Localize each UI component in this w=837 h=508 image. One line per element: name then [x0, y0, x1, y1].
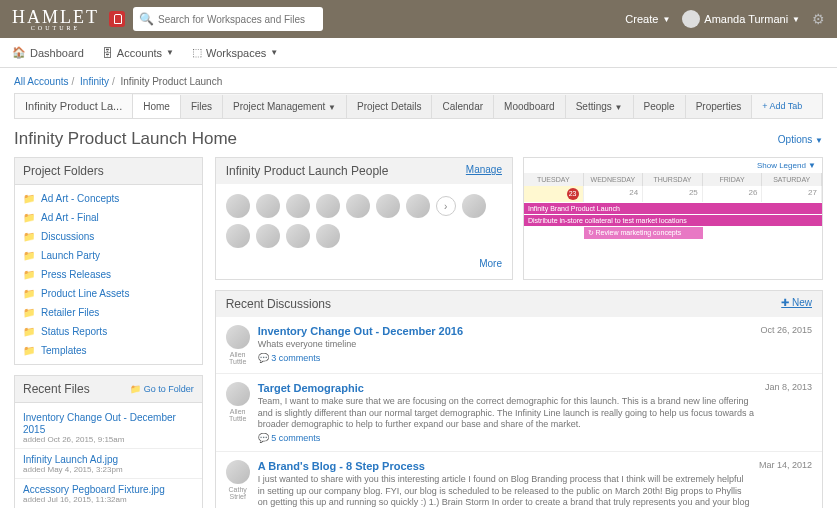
- tab-people[interactable]: People: [634, 95, 686, 118]
- cal-day-cell[interactable]: 26: [703, 186, 763, 202]
- show-legend[interactable]: Show Legend ▼: [524, 158, 822, 173]
- discussion-date: Jan 8, 2013: [765, 382, 812, 443]
- discussions-title: Recent Discussions: [226, 297, 331, 311]
- search-input[interactable]: [158, 14, 317, 25]
- tab-details[interactable]: Project Details: [347, 95, 432, 118]
- home-icon: 🏠: [12, 46, 26, 59]
- goto-folder[interactable]: 📁 Go to Folder: [130, 384, 194, 394]
- folder-item[interactable]: 📁Press Releases: [15, 265, 202, 284]
- manage-link[interactable]: Manage: [466, 164, 502, 178]
- tab-pm[interactable]: Project Management ▼: [223, 95, 347, 118]
- tab-home[interactable]: Home: [133, 95, 181, 118]
- folder-icon: 📁: [23, 307, 35, 318]
- folder-icon: 📁: [23, 345, 35, 356]
- cal-day-cell[interactable]: 23: [524, 186, 584, 202]
- people-more[interactable]: More: [226, 258, 502, 269]
- person-avatar[interactable]: [226, 224, 250, 248]
- cal-day-cell[interactable]: 25: [643, 186, 703, 202]
- avatar: [226, 382, 250, 406]
- tab-files[interactable]: Files: [181, 95, 223, 118]
- folder-item[interactable]: 📁Ad Art - Concepts: [15, 189, 202, 208]
- discussion-item: Cathy StriefA Brand's Blog - 8 Step Proc…: [216, 452, 822, 508]
- user-menu[interactable]: Amanda Turmani▼: [682, 10, 800, 28]
- avatar: [682, 10, 700, 28]
- folder-item[interactable]: 📁Launch Party: [15, 246, 202, 265]
- create-menu[interactable]: Create▼: [625, 13, 670, 25]
- breadcrumb-all[interactable]: All Accounts: [14, 76, 68, 87]
- tab-workspace-label: Infinity Product La...: [15, 94, 133, 118]
- folder-icon: 📁: [23, 326, 35, 337]
- discussion-title[interactable]: A Brand's Blog - 8 Step Process: [258, 460, 751, 472]
- notification-icon[interactable]: [109, 11, 125, 27]
- cal-day-header: THURSDAY: [643, 173, 703, 186]
- tab-settings[interactable]: Settings ▼: [566, 95, 634, 118]
- breadcrumb-current: Infinity Product Launch: [121, 76, 223, 87]
- person-avatar[interactable]: [316, 224, 340, 248]
- cal-day-header: FRIDAY: [703, 173, 763, 186]
- comments-link[interactable]: 💬 3 comments: [258, 353, 753, 363]
- person-avatar[interactable]: [406, 194, 430, 218]
- briefcase-icon: 🗄: [102, 47, 113, 59]
- top-bar: HAMLET COUTURE 🔍 Create▼ Amanda Turmani▼…: [0, 0, 837, 38]
- nav-workspaces[interactable]: ⬚Workspaces▼: [192, 46, 278, 59]
- folder-icon: 📁: [23, 231, 35, 242]
- add-tab[interactable]: + Add Tab: [752, 95, 812, 117]
- recent-file[interactable]: Inventory Change Out - December 2015adde…: [15, 407, 202, 449]
- folders-header: Project Folders: [14, 157, 203, 185]
- recent-file[interactable]: Accessory Pegboard Fixture.jpgadded Jul …: [15, 479, 202, 508]
- folder-item[interactable]: 📁Product Line Assets: [15, 284, 202, 303]
- people-panel: Infinity Product Launch People Manage ›: [215, 157, 513, 280]
- calendar-event[interactable]: Infinity Brand Product Launch: [524, 203, 822, 214]
- nav-dashboard[interactable]: 🏠Dashboard: [12, 46, 84, 59]
- tab-properties[interactable]: Properties: [686, 95, 753, 118]
- discussions-panel: Recent Discussions ✚ New Allen TuttleInv…: [215, 290, 823, 508]
- person-avatar[interactable]: [462, 194, 486, 218]
- discussion-item: Allen TuttleInventory Change Out - Decem…: [216, 317, 822, 374]
- cal-day-header: SATURDAY: [762, 173, 822, 186]
- person-avatar[interactable]: [346, 194, 370, 218]
- cal-day-cell[interactable]: 24: [584, 186, 644, 202]
- search-box[interactable]: 🔍: [133, 7, 323, 31]
- folder-icon: 📁: [23, 288, 35, 299]
- folder-icon: 📁: [23, 212, 35, 223]
- discussion-title[interactable]: Inventory Change Out - December 2016: [258, 325, 753, 337]
- calendar-panel: Show Legend ▼ TUESDAYWEDNESDAYTHURSDAYFR…: [523, 157, 823, 280]
- comments-link[interactable]: 💬 5 comments: [258, 433, 757, 443]
- gear-icon[interactable]: ⚙: [812, 11, 825, 27]
- folder-icon: 📁: [23, 250, 35, 261]
- folder-item[interactable]: 📁Ad Art - Final: [15, 208, 202, 227]
- new-discussion[interactable]: ✚ New: [781, 297, 812, 311]
- tab-moodboard[interactable]: Moodboard: [494, 95, 566, 118]
- breadcrumb-infinity[interactable]: Infinity: [80, 76, 109, 87]
- calendar-event[interactable]: Distribute in-store collateral to test m…: [524, 215, 822, 226]
- person-avatar[interactable]: [376, 194, 400, 218]
- logo[interactable]: HAMLET COUTURE: [12, 7, 99, 31]
- nav-accounts[interactable]: 🗄Accounts▼: [102, 47, 174, 59]
- recent-file[interactable]: Infinity Launch Ad.jpgadded May 4, 2015,…: [15, 449, 202, 479]
- people-next-icon[interactable]: ›: [436, 196, 456, 216]
- folder-icon: 📁: [23, 193, 35, 204]
- discussion-title[interactable]: Target Demographic: [258, 382, 757, 394]
- avatar: [226, 325, 250, 349]
- discussion-date: Mar 14, 2012: [759, 460, 812, 508]
- discussion-date: Oct 26, 2015: [760, 325, 812, 365]
- cal-day-header: WEDNESDAY: [584, 173, 644, 186]
- calendar-event[interactable]: ↻ Review marketing concepts: [584, 227, 703, 239]
- folder-item[interactable]: 📁Discussions: [15, 227, 202, 246]
- person-avatar[interactable]: [316, 194, 340, 218]
- cal-day-header: TUESDAY: [524, 173, 584, 186]
- person-avatar[interactable]: [256, 224, 280, 248]
- sidebar: Project Folders 📁Ad Art - Concepts📁Ad Ar…: [14, 157, 203, 508]
- person-avatar[interactable]: [286, 194, 310, 218]
- discussion-item: Allen TuttleTarget DemographicTeam, I wa…: [216, 374, 822, 452]
- person-avatar[interactable]: [226, 194, 250, 218]
- person-avatar[interactable]: [256, 194, 280, 218]
- options-menu[interactable]: Options ▼: [778, 134, 823, 145]
- cal-day-cell[interactable]: 27: [762, 186, 822, 202]
- recent-header: Recent Files 📁 Go to Folder: [14, 375, 203, 403]
- tab-calendar[interactable]: Calendar: [432, 95, 494, 118]
- person-avatar[interactable]: [286, 224, 310, 248]
- folder-item[interactable]: 📁Retailer Files: [15, 303, 202, 322]
- folder-item[interactable]: 📁Templates: [15, 341, 202, 360]
- folder-item[interactable]: 📁Status Reports: [15, 322, 202, 341]
